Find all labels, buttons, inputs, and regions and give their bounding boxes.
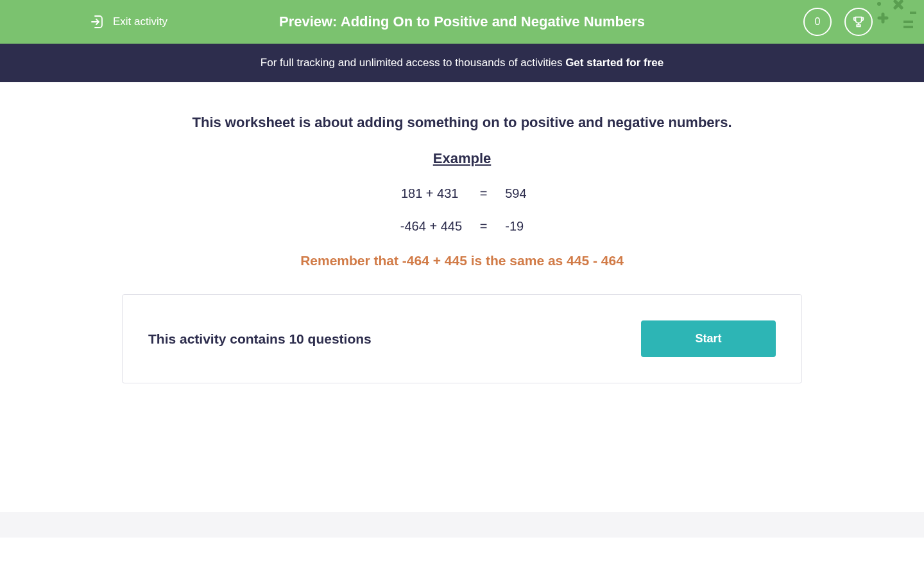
banner-text: For full tracking and unlimited access t… xyxy=(261,57,565,69)
exit-arrow-icon xyxy=(90,14,105,30)
content-area: This worksheet is about adding something… xyxy=(109,82,815,416)
header-right: 0 xyxy=(803,8,873,36)
svg-point-0 xyxy=(877,2,881,6)
exit-activity-label: Exit activity xyxy=(113,15,167,28)
score-value: 0 xyxy=(815,16,821,28)
trophy-icon xyxy=(851,15,866,29)
score-badge[interactable]: 0 xyxy=(803,8,832,36)
footer-bar xyxy=(0,512,924,538)
example-line-2: -464 + 445 = -19 xyxy=(122,219,802,234)
intro-text: This worksheet is about adding something… xyxy=(122,114,802,131)
promo-banner: For full tracking and unlimited access t… xyxy=(0,44,924,82)
example-heading: Example xyxy=(122,150,802,167)
exit-activity-button[interactable]: Exit activity xyxy=(90,14,167,30)
footer-space xyxy=(0,416,924,512)
remember-note: Remember that -464 + 445 is the same as … xyxy=(122,253,802,268)
get-started-link[interactable]: Get started for free xyxy=(565,57,663,69)
header: Exit activity Preview: Adding On to Posi… xyxy=(0,0,924,44)
example-line-1: 181 + 431 = 594 xyxy=(122,186,802,201)
question-count-label: This activity contains 10 questions xyxy=(148,331,372,347)
trophy-badge[interactable] xyxy=(844,8,873,36)
activity-box: This activity contains 10 questions Star… xyxy=(122,294,802,383)
start-button[interactable]: Start xyxy=(641,320,776,357)
